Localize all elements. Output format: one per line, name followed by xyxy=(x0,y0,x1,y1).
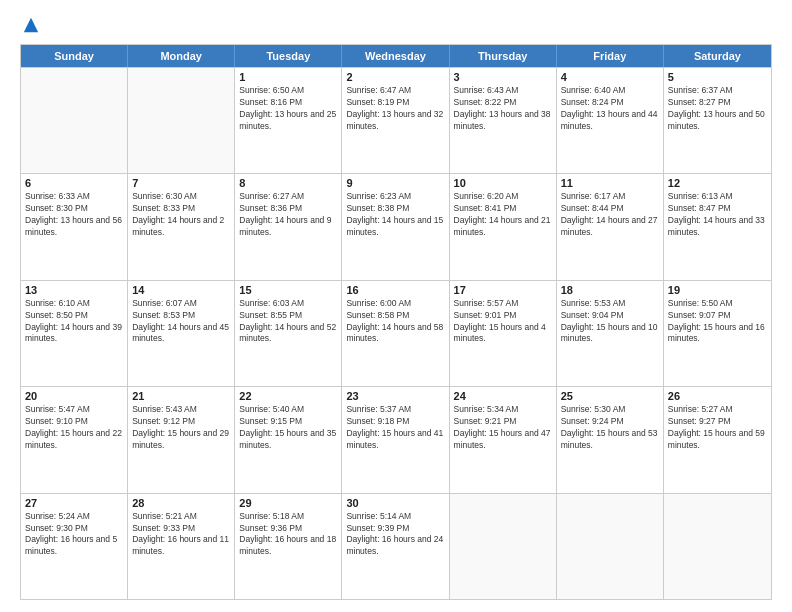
cell-info: Sunrise: 5:57 AM Sunset: 9:01 PM Dayligh… xyxy=(454,298,552,346)
calendar-cell: 29Sunrise: 5:18 AM Sunset: 9:36 PM Dayli… xyxy=(235,494,342,599)
calendar-cell: 6Sunrise: 6:33 AM Sunset: 8:30 PM Daylig… xyxy=(21,174,128,279)
cell-info: Sunrise: 6:07 AM Sunset: 8:53 PM Dayligh… xyxy=(132,298,230,346)
cell-info: Sunrise: 6:03 AM Sunset: 8:55 PM Dayligh… xyxy=(239,298,337,346)
day-number: 20 xyxy=(25,390,123,402)
day-number: 11 xyxy=(561,177,659,189)
cell-info: Sunrise: 5:18 AM Sunset: 9:36 PM Dayligh… xyxy=(239,511,337,559)
cell-info: Sunrise: 5:43 AM Sunset: 9:12 PM Dayligh… xyxy=(132,404,230,452)
calendar-row-2: 6Sunrise: 6:33 AM Sunset: 8:30 PM Daylig… xyxy=(21,173,771,279)
calendar-cell: 25Sunrise: 5:30 AM Sunset: 9:24 PM Dayli… xyxy=(557,387,664,492)
cell-info: Sunrise: 6:50 AM Sunset: 8:16 PM Dayligh… xyxy=(239,85,337,133)
header-day-thursday: Thursday xyxy=(450,45,557,67)
calendar-cell: 20Sunrise: 5:47 AM Sunset: 9:10 PM Dayli… xyxy=(21,387,128,492)
cell-info: Sunrise: 6:30 AM Sunset: 8:33 PM Dayligh… xyxy=(132,191,230,239)
calendar-cell xyxy=(128,68,235,173)
day-number: 16 xyxy=(346,284,444,296)
day-number: 30 xyxy=(346,497,444,509)
day-number: 7 xyxy=(132,177,230,189)
calendar-row-3: 13Sunrise: 6:10 AM Sunset: 8:50 PM Dayli… xyxy=(21,280,771,386)
calendar-cell: 2Sunrise: 6:47 AM Sunset: 8:19 PM Daylig… xyxy=(342,68,449,173)
calendar-cell: 30Sunrise: 5:14 AM Sunset: 9:39 PM Dayli… xyxy=(342,494,449,599)
cell-info: Sunrise: 5:21 AM Sunset: 9:33 PM Dayligh… xyxy=(132,511,230,559)
header-day-sunday: Sunday xyxy=(21,45,128,67)
cell-info: Sunrise: 6:00 AM Sunset: 8:58 PM Dayligh… xyxy=(346,298,444,346)
day-number: 19 xyxy=(668,284,767,296)
cell-info: Sunrise: 6:20 AM Sunset: 8:41 PM Dayligh… xyxy=(454,191,552,239)
cell-info: Sunrise: 6:10 AM Sunset: 8:50 PM Dayligh… xyxy=(25,298,123,346)
day-number: 26 xyxy=(668,390,767,402)
day-number: 14 xyxy=(132,284,230,296)
calendar-cell: 16Sunrise: 6:00 AM Sunset: 8:58 PM Dayli… xyxy=(342,281,449,386)
cell-info: Sunrise: 6:13 AM Sunset: 8:47 PM Dayligh… xyxy=(668,191,767,239)
day-number: 22 xyxy=(239,390,337,402)
day-number: 15 xyxy=(239,284,337,296)
calendar-cell: 14Sunrise: 6:07 AM Sunset: 8:53 PM Dayli… xyxy=(128,281,235,386)
calendar-row-5: 27Sunrise: 5:24 AM Sunset: 9:30 PM Dayli… xyxy=(21,493,771,599)
calendar-cell: 24Sunrise: 5:34 AM Sunset: 9:21 PM Dayli… xyxy=(450,387,557,492)
calendar-cell: 9Sunrise: 6:23 AM Sunset: 8:38 PM Daylig… xyxy=(342,174,449,279)
svg-marker-0 xyxy=(24,18,38,32)
header-day-monday: Monday xyxy=(128,45,235,67)
day-number: 9 xyxy=(346,177,444,189)
day-number: 18 xyxy=(561,284,659,296)
cell-info: Sunrise: 6:43 AM Sunset: 8:22 PM Dayligh… xyxy=(454,85,552,133)
calendar-cell: 13Sunrise: 6:10 AM Sunset: 8:50 PM Dayli… xyxy=(21,281,128,386)
header xyxy=(20,16,772,34)
cell-info: Sunrise: 5:53 AM Sunset: 9:04 PM Dayligh… xyxy=(561,298,659,346)
cell-info: Sunrise: 5:27 AM Sunset: 9:27 PM Dayligh… xyxy=(668,404,767,452)
day-number: 13 xyxy=(25,284,123,296)
calendar-cell: 23Sunrise: 5:37 AM Sunset: 9:18 PM Dayli… xyxy=(342,387,449,492)
calendar: SundayMondayTuesdayWednesdayThursdayFrid… xyxy=(20,44,772,600)
day-number: 24 xyxy=(454,390,552,402)
cell-info: Sunrise: 5:34 AM Sunset: 9:21 PM Dayligh… xyxy=(454,404,552,452)
calendar-cell: 18Sunrise: 5:53 AM Sunset: 9:04 PM Dayli… xyxy=(557,281,664,386)
calendar-cell: 21Sunrise: 5:43 AM Sunset: 9:12 PM Dayli… xyxy=(128,387,235,492)
day-number: 3 xyxy=(454,71,552,83)
cell-info: Sunrise: 5:50 AM Sunset: 9:07 PM Dayligh… xyxy=(668,298,767,346)
calendar-cell xyxy=(557,494,664,599)
calendar-cell xyxy=(21,68,128,173)
calendar-cell xyxy=(450,494,557,599)
cell-info: Sunrise: 5:47 AM Sunset: 9:10 PM Dayligh… xyxy=(25,404,123,452)
calendar-cell: 1Sunrise: 6:50 AM Sunset: 8:16 PM Daylig… xyxy=(235,68,342,173)
day-number: 8 xyxy=(239,177,337,189)
calendar-cell: 28Sunrise: 5:21 AM Sunset: 9:33 PM Dayli… xyxy=(128,494,235,599)
header-day-wednesday: Wednesday xyxy=(342,45,449,67)
calendar-body: 1Sunrise: 6:50 AM Sunset: 8:16 PM Daylig… xyxy=(21,67,771,599)
day-number: 25 xyxy=(561,390,659,402)
header-day-tuesday: Tuesday xyxy=(235,45,342,67)
cell-info: Sunrise: 5:24 AM Sunset: 9:30 PM Dayligh… xyxy=(25,511,123,559)
cell-info: Sunrise: 6:33 AM Sunset: 8:30 PM Dayligh… xyxy=(25,191,123,239)
calendar-cell: 19Sunrise: 5:50 AM Sunset: 9:07 PM Dayli… xyxy=(664,281,771,386)
day-number: 2 xyxy=(346,71,444,83)
logo xyxy=(20,16,40,34)
calendar-cell: 17Sunrise: 5:57 AM Sunset: 9:01 PM Dayli… xyxy=(450,281,557,386)
calendar-cell: 12Sunrise: 6:13 AM Sunset: 8:47 PM Dayli… xyxy=(664,174,771,279)
calendar-header: SundayMondayTuesdayWednesdayThursdayFrid… xyxy=(21,45,771,67)
day-number: 4 xyxy=(561,71,659,83)
day-number: 17 xyxy=(454,284,552,296)
calendar-cell: 27Sunrise: 5:24 AM Sunset: 9:30 PM Dayli… xyxy=(21,494,128,599)
cell-info: Sunrise: 5:30 AM Sunset: 9:24 PM Dayligh… xyxy=(561,404,659,452)
calendar-cell: 26Sunrise: 5:27 AM Sunset: 9:27 PM Dayli… xyxy=(664,387,771,492)
logo-icon xyxy=(22,16,40,34)
calendar-cell: 11Sunrise: 6:17 AM Sunset: 8:44 PM Dayli… xyxy=(557,174,664,279)
header-day-saturday: Saturday xyxy=(664,45,771,67)
calendar-cell: 10Sunrise: 6:20 AM Sunset: 8:41 PM Dayli… xyxy=(450,174,557,279)
cell-info: Sunrise: 5:14 AM Sunset: 9:39 PM Dayligh… xyxy=(346,511,444,559)
page: SundayMondayTuesdayWednesdayThursdayFrid… xyxy=(0,0,792,612)
day-number: 23 xyxy=(346,390,444,402)
cell-info: Sunrise: 6:47 AM Sunset: 8:19 PM Dayligh… xyxy=(346,85,444,133)
header-day-friday: Friday xyxy=(557,45,664,67)
cell-info: Sunrise: 5:37 AM Sunset: 9:18 PM Dayligh… xyxy=(346,404,444,452)
calendar-cell xyxy=(664,494,771,599)
cell-info: Sunrise: 6:37 AM Sunset: 8:27 PM Dayligh… xyxy=(668,85,767,133)
calendar-cell: 15Sunrise: 6:03 AM Sunset: 8:55 PM Dayli… xyxy=(235,281,342,386)
day-number: 1 xyxy=(239,71,337,83)
day-number: 12 xyxy=(668,177,767,189)
calendar-row-4: 20Sunrise: 5:47 AM Sunset: 9:10 PM Dayli… xyxy=(21,386,771,492)
day-number: 29 xyxy=(239,497,337,509)
calendar-cell: 7Sunrise: 6:30 AM Sunset: 8:33 PM Daylig… xyxy=(128,174,235,279)
day-number: 21 xyxy=(132,390,230,402)
calendar-row-1: 1Sunrise: 6:50 AM Sunset: 8:16 PM Daylig… xyxy=(21,67,771,173)
